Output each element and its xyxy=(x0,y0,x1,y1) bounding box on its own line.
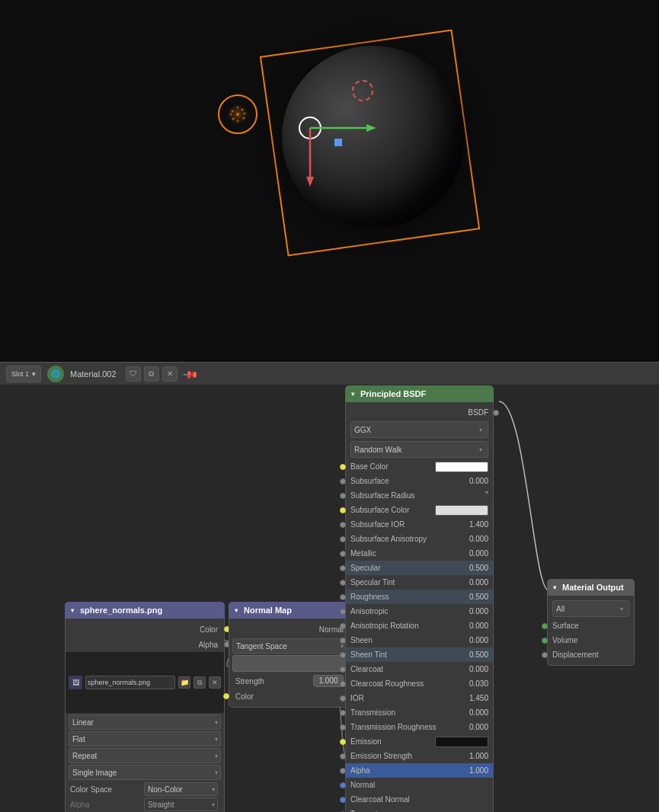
bsdf-output-label: BSDF xyxy=(468,408,488,417)
bsdf-roughness-socket[interactable] xyxy=(340,594,346,600)
projection-dropdown-wrapper: Flat Box Sphere ▾ xyxy=(69,731,221,746)
bsdf-base-color-swatch[interactable] xyxy=(435,462,488,472)
matout-volume-row: Volume xyxy=(548,633,634,647)
alpha-label: Alpha xyxy=(70,801,144,809)
texture-node: ▾ sphere_normals.png Color Alpha 🖼 xyxy=(65,602,225,812)
extension-dropdown[interactable]: Repeat Extend Clip xyxy=(69,748,221,763)
texture-color-label: Color xyxy=(200,625,218,634)
bsdf-output-socket[interactable] xyxy=(493,410,499,416)
normalmap-color-input: Color xyxy=(229,689,350,704)
bsdf-base-color-label: Base Color xyxy=(350,462,435,471)
bsdf-subsurface-socket[interactable] xyxy=(340,478,346,484)
matout-node-title: Material Output xyxy=(562,583,624,592)
bsdf-specular-socket[interactable] xyxy=(340,565,346,571)
bsdf-clearcoat-roughness-row: Clearcoat Roughness 0.030 xyxy=(346,676,493,691)
orange-circle-gizmo xyxy=(218,94,258,134)
matout-node-header[interactable]: ▾ Material Output xyxy=(547,579,635,596)
matout-surface-row: Surface xyxy=(548,619,634,633)
bsdf-clearcoat-roughness-socket[interactable] xyxy=(340,681,346,687)
colorspace-dropdown-wrapper: Non-Color sRGB Linear ▾ xyxy=(144,782,218,796)
bsdf-ior-socket[interactable] xyxy=(340,695,346,702)
bsdf-emission-strength-socket[interactable] xyxy=(340,753,346,759)
bsdf-transmission-roughness-socket[interactable] xyxy=(340,724,346,730)
bsdf-alpha-socket[interactable] xyxy=(340,768,346,774)
bsdf-anisotropic-socket[interactable] xyxy=(340,609,346,615)
browse-button[interactable]: 📁 xyxy=(178,676,190,689)
texture-type-icon: 🖼 xyxy=(69,676,82,689)
copy-button[interactable]: ⧉ xyxy=(144,366,159,382)
bsdf-subsurface-ior-socket[interactable] xyxy=(340,522,346,528)
bsdf-clearcoat-normal-row: Clearcoat Normal xyxy=(346,792,493,807)
bsdf-transmission-socket[interactable] xyxy=(340,710,346,716)
bsdf-node-header[interactable]: ▾ Principled BSDF xyxy=(345,385,494,402)
transform-gizmo xyxy=(270,91,385,198)
bsdf-subsurface-radius-socket[interactable] xyxy=(340,493,346,499)
bsdf-node: ▾ Principled BSDF BSDF GGX Multi-GGX xyxy=(345,385,494,812)
texture-color-output: Color xyxy=(66,622,224,637)
bsdf-subsurface-anisotropy-socket[interactable] xyxy=(340,536,346,542)
random-walk-dropdown[interactable]: Random Walk Christensen-Burley xyxy=(350,441,488,458)
bsdf-clearcoat-value: 0.000 xyxy=(462,665,488,673)
projection-dropdown[interactable]: Flat Box Sphere xyxy=(69,731,221,746)
interpolation-dropdown-wrapper: Linear Closest Cubic ▾ xyxy=(69,714,221,730)
pin-icon[interactable]: 📌 xyxy=(181,365,198,382)
matout-volume-socket[interactable] xyxy=(542,638,548,644)
bsdf-specular-tint-row: Specular Tint 0.000 xyxy=(346,575,493,590)
bsdf-sheen-socket[interactable] xyxy=(340,638,346,644)
interpolation-dropdown[interactable]: Linear Closest Cubic xyxy=(69,714,221,730)
bsdf-node-title: Principled BSDF xyxy=(360,389,426,398)
bsdf-roughness-value: 0.500 xyxy=(462,593,488,601)
texture-preview: 🖼 📁 ⧉ ✕ xyxy=(66,652,224,713)
bsdf-specular-row: Specular 0.500 xyxy=(346,561,493,575)
normalmap-color-socket[interactable] xyxy=(223,693,229,699)
bsdf-sheen-tint-label: Sheen Tint xyxy=(350,651,462,659)
ggx-dropdown[interactable]: GGX Multi-GGX xyxy=(350,421,488,438)
alpha-dropdown[interactable]: Straight Premultiplied Channel Packed xyxy=(144,798,218,811)
bsdf-specular-tint-value: 0.000 xyxy=(462,578,488,587)
texture-node-body: Color Alpha 🖼 📁 ⧉ ✕ xyxy=(65,619,225,812)
matout-surface-socket[interactable] xyxy=(542,623,548,629)
bsdf-normal-socket[interactable] xyxy=(340,782,346,788)
shield-button[interactable]: 🛡 xyxy=(126,366,141,382)
svg-point-5 xyxy=(237,107,239,109)
close-button[interactable]: ✕ xyxy=(162,366,178,382)
bsdf-clearcoat-socket[interactable] xyxy=(340,667,346,673)
svg-point-6 xyxy=(230,113,232,116)
bsdf-base-color-socket[interactable] xyxy=(340,464,346,470)
texture-filename-input[interactable] xyxy=(85,676,175,689)
bsdf-emission-swatch[interactable] xyxy=(435,737,488,747)
bsdf-sheen-tint-socket[interactable] xyxy=(340,652,346,658)
svg-point-4 xyxy=(232,118,235,120)
texture-collapse-icon: ▾ xyxy=(71,607,74,614)
header-icons: 🛡 ⧉ ✕ xyxy=(126,366,178,382)
bsdf-specular-tint-socket[interactable] xyxy=(340,580,346,586)
texture-node-header[interactable]: ▾ sphere_normals.png xyxy=(65,602,225,619)
tangent-space-dropdown[interactable]: Tangent Space Object Space World Space xyxy=(232,638,347,654)
bsdf-emission-socket[interactable] xyxy=(340,739,346,745)
bsdf-anisotropic-rotation-socket[interactable] xyxy=(340,623,346,629)
matout-displacement-socket[interactable] xyxy=(542,652,548,658)
bsdf-subsurface-color-swatch[interactable] xyxy=(435,505,488,516)
node-editor-header: Slot 1 ▾ 🌐 Material.002 🛡 ⧉ ✕ 📌 xyxy=(0,362,659,385)
slot-dropdown[interactable]: Slot 1 ▾ xyxy=(6,366,41,382)
source-dropdown-wrapper: Single Image Image Sequence Movie ▾ xyxy=(69,765,221,780)
bsdf-anisotropic-value: 0.000 xyxy=(462,607,488,615)
normalmap-node-header[interactable]: ▾ Normal Map xyxy=(229,602,350,619)
texture-alpha-label: Alpha xyxy=(198,641,218,649)
bsdf-clearcoat-roughness-value: 0.030 xyxy=(462,679,488,688)
copy-file-button[interactable]: ⧉ xyxy=(194,676,206,689)
matout-all-dropdown[interactable]: All Cycles EEVEE xyxy=(552,600,629,617)
bsdf-clearcoat-normal-socket[interactable] xyxy=(340,797,346,803)
bsdf-metallic-row: Metallic 0.000 xyxy=(346,546,493,561)
bsdf-metallic-socket[interactable] xyxy=(340,551,346,557)
bsdf-node-body: BSDF GGX Multi-GGX ▾ xyxy=(345,402,494,812)
normalmap-strength-value[interactable]: 1.000 xyxy=(313,675,344,687)
bsdf-emission-label: Emission xyxy=(350,737,435,746)
source-dropdown[interactable]: Single Image Image Sequence Movie xyxy=(69,765,221,780)
bsdf-roughness-label: Roughness xyxy=(350,593,462,601)
bsdf-subsurface-value: 0.000 xyxy=(462,477,488,485)
remove-file-button[interactable]: ✕ xyxy=(209,676,221,689)
bsdf-ior-value: 1.450 xyxy=(462,694,488,702)
bsdf-subsurface-color-socket[interactable] xyxy=(340,507,346,513)
colorspace-dropdown[interactable]: Non-Color sRGB Linear xyxy=(144,782,218,796)
